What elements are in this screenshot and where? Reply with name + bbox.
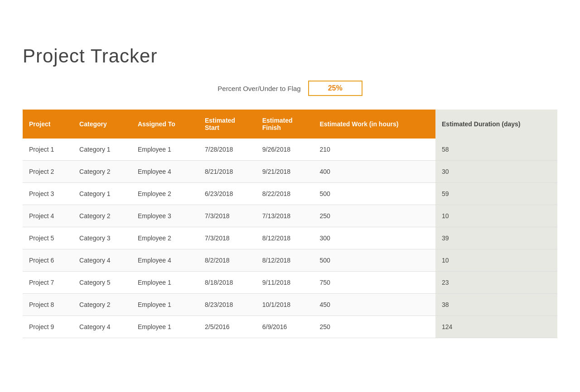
cell-est_start: 7/3/2018 xyxy=(198,227,256,249)
col-header-project: Project xyxy=(23,110,73,139)
cell-est_duration: 59 xyxy=(435,183,557,205)
cell-est_start: 7/28/2018 xyxy=(198,139,256,161)
cell-assigned_to: Employee 4 xyxy=(131,161,198,183)
cell-est_work: 250 xyxy=(313,205,435,227)
flag-section: Percent Over/Under to Flag xyxy=(23,81,557,96)
cell-est_work: 210 xyxy=(313,139,435,161)
col-header-est-start: EstimatedStart xyxy=(198,110,256,139)
cell-est_start: 2/5/2016 xyxy=(198,316,256,338)
cell-est_finish: 9/26/2018 xyxy=(256,139,314,161)
cell-est_finish: 9/21/2018 xyxy=(256,161,314,183)
cell-est_start: 6/23/2018 xyxy=(198,183,256,205)
cell-project: Project 9 xyxy=(23,316,73,338)
table-row: Project 8Category 2Employee 18/23/201810… xyxy=(23,294,557,316)
cell-est_work: 450 xyxy=(313,294,435,316)
cell-project: Project 8 xyxy=(23,294,73,316)
cell-category: Category 5 xyxy=(73,272,131,294)
cell-category: Category 4 xyxy=(73,249,131,272)
cell-project: Project 7 xyxy=(23,272,73,294)
cell-est_work: 750 xyxy=(313,272,435,294)
cell-project: Project 5 xyxy=(23,227,73,249)
cell-project: Project 2 xyxy=(23,161,73,183)
table-row: Project 5Category 3Employee 27/3/20188/1… xyxy=(23,227,557,249)
cell-est_duration: 38 xyxy=(435,294,557,316)
cell-est_finish: 10/1/2018 xyxy=(256,294,314,316)
cell-project: Project 3 xyxy=(23,183,73,205)
cell-project: Project 4 xyxy=(23,205,73,227)
cell-est_work: 250 xyxy=(313,316,435,338)
cell-category: Category 1 xyxy=(73,183,131,205)
table-wrapper: Project Category Assigned To EstimatedSt… xyxy=(23,110,557,338)
project-table: Project Category Assigned To EstimatedSt… xyxy=(23,110,557,338)
cell-assigned_to: Employee 2 xyxy=(131,227,198,249)
flag-input[interactable] xyxy=(308,81,362,96)
table-row: Project 7Category 5Employee 18/18/20189/… xyxy=(23,272,557,294)
cell-category: Category 2 xyxy=(73,294,131,316)
cell-est_finish: 8/22/2018 xyxy=(256,183,314,205)
cell-est_finish: 7/13/2018 xyxy=(256,205,314,227)
cell-est_work: 500 xyxy=(313,249,435,272)
cell-assigned_to: Employee 2 xyxy=(131,183,198,205)
page-title: Project Tracker xyxy=(23,45,557,67)
table-header-row: Project Category Assigned To EstimatedSt… xyxy=(23,110,557,139)
table-row: Project 6Category 4Employee 48/2/20188/1… xyxy=(23,249,557,272)
cell-assigned_to: Employee 1 xyxy=(131,294,198,316)
cell-est_duration: 10 xyxy=(435,205,557,227)
cell-est_finish: 8/12/2018 xyxy=(256,249,314,272)
cell-category: Category 2 xyxy=(73,205,131,227)
cell-est_duration: 124 xyxy=(435,316,557,338)
table-row: Project 9Category 4Employee 12/5/20166/9… xyxy=(23,316,557,338)
cell-est_start: 7/3/2018 xyxy=(198,205,256,227)
col-header-est-finish: EstimatedFinish xyxy=(256,110,314,139)
cell-assigned_to: Employee 4 xyxy=(131,249,198,272)
cell-est_duration: 23 xyxy=(435,272,557,294)
col-header-category: Category xyxy=(73,110,131,139)
table-row: Project 1Category 1Employee 17/28/20189/… xyxy=(23,139,557,161)
cell-est_work: 400 xyxy=(313,161,435,183)
cell-est_finish: 9/11/2018 xyxy=(256,272,314,294)
cell-assigned_to: Employee 1 xyxy=(131,139,198,161)
table-row: Project 3Category 1Employee 26/23/20188/… xyxy=(23,183,557,205)
cell-est_duration: 58 xyxy=(435,139,557,161)
page-container: Project Tracker Percent Over/Under to Fl… xyxy=(0,0,580,392)
cell-est_finish: 8/12/2018 xyxy=(256,227,314,249)
table-row: Project 2Category 2Employee 48/21/20189/… xyxy=(23,161,557,183)
cell-est_start: 8/23/2018 xyxy=(198,294,256,316)
cell-est_start: 8/2/2018 xyxy=(198,249,256,272)
cell-category: Category 2 xyxy=(73,161,131,183)
flag-label: Percent Over/Under to Flag xyxy=(218,85,300,92)
cell-category: Category 1 xyxy=(73,139,131,161)
cell-assigned_to: Employee 1 xyxy=(131,272,198,294)
cell-project: Project 6 xyxy=(23,249,73,272)
cell-est_work: 300 xyxy=(313,227,435,249)
cell-category: Category 3 xyxy=(73,227,131,249)
cell-est_start: 8/18/2018 xyxy=(198,272,256,294)
table-row: Project 4Category 2Employee 37/3/20187/1… xyxy=(23,205,557,227)
cell-est_start: 8/21/2018 xyxy=(198,161,256,183)
cell-assigned_to: Employee 1 xyxy=(131,316,198,338)
cell-est_finish: 6/9/2016 xyxy=(256,316,314,338)
cell-est_duration: 30 xyxy=(435,161,557,183)
cell-est_work: 500 xyxy=(313,183,435,205)
cell-est_duration: 10 xyxy=(435,249,557,272)
col-header-assigned-to: Assigned To xyxy=(131,110,198,139)
cell-project: Project 1 xyxy=(23,139,73,161)
col-header-est-duration: Estimated Duration (days) xyxy=(435,110,557,139)
col-header-est-work: Estimated Work (in hours) xyxy=(313,110,435,139)
cell-est_duration: 39 xyxy=(435,227,557,249)
cell-category: Category 4 xyxy=(73,316,131,338)
cell-assigned_to: Employee 3 xyxy=(131,205,198,227)
